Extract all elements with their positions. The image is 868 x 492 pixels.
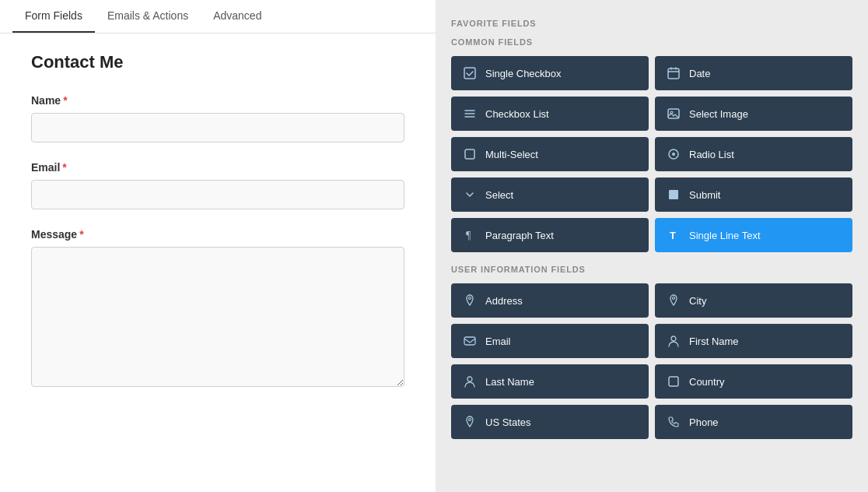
svg-point-9 bbox=[672, 153, 675, 156]
label-email: Email* bbox=[31, 161, 404, 174]
submit-label: Submit bbox=[689, 189, 720, 201]
svg-rect-7 bbox=[465, 149, 474, 159]
btn-select-image[interactable]: Select Image bbox=[655, 97, 852, 131]
checkbox-list-label: Checkbox List bbox=[485, 108, 549, 120]
country-label: Country bbox=[689, 376, 725, 388]
required-star-name: * bbox=[63, 94, 67, 107]
svg-point-14 bbox=[673, 297, 675, 300]
tabs-bar: Form Fields Emails & Actions Advanced bbox=[0, 0, 436, 33]
btn-checkbox-list[interactable]: Checkbox List bbox=[451, 97, 649, 131]
paragraph-text-icon: ¶ bbox=[462, 227, 478, 243]
right-panel: FAVORITE FIELDS COMMON FIELDS Single Che… bbox=[436, 0, 868, 492]
left-panel: Form Fields Emails & Actions Advanced Co… bbox=[0, 0, 436, 492]
form-content: Contact Me Name* Email* Message* bbox=[0, 33, 436, 492]
btn-date[interactable]: Date bbox=[655, 56, 852, 90]
user-fields-label: USER INFORMATION FIELDS bbox=[451, 265, 852, 274]
btn-single-line-text[interactable]: T Single Line Text bbox=[655, 218, 852, 252]
svg-rect-18 bbox=[669, 377, 678, 386]
first-name-label: First Name bbox=[689, 336, 739, 347]
multi-select-label: Multi-Select bbox=[485, 149, 538, 160]
checkbox-list-icon bbox=[462, 106, 478, 121]
email-user-icon bbox=[462, 333, 478, 349]
svg-text:T: T bbox=[670, 230, 676, 241]
field-group-name: Name* bbox=[31, 94, 404, 142]
tab-emails-actions[interactable]: Emails & Actions bbox=[95, 0, 201, 33]
us-states-icon bbox=[462, 414, 478, 430]
common-fields-grid: Single Checkbox Date Checkbox List Selec… bbox=[451, 56, 852, 252]
address-icon bbox=[462, 293, 478, 308]
single-line-text-icon: T bbox=[666, 227, 681, 243]
field-group-email: Email* bbox=[31, 161, 404, 209]
btn-radio-list[interactable]: Radio List bbox=[655, 137, 852, 171]
btn-phone[interactable]: Phone bbox=[655, 405, 852, 439]
svg-text:¶: ¶ bbox=[466, 230, 471, 241]
single-checkbox-label: Single Checkbox bbox=[485, 68, 562, 79]
phone-icon bbox=[666, 414, 681, 430]
email-user-label: Email bbox=[485, 336, 511, 347]
btn-last-name[interactable]: Last Name bbox=[451, 364, 649, 399]
required-star-message: * bbox=[79, 228, 83, 241]
btn-multi-select[interactable]: Multi-Select bbox=[451, 137, 649, 171]
common-fields-label: COMMON FIELDS bbox=[451, 37, 852, 47]
btn-single-checkbox[interactable]: Single Checkbox bbox=[451, 56, 649, 90]
field-group-message: Message* bbox=[31, 228, 404, 390]
btn-paragraph-text[interactable]: ¶ Paragraph Text bbox=[451, 218, 649, 252]
address-label: Address bbox=[485, 295, 523, 307]
select-image-label: Select Image bbox=[689, 108, 748, 120]
btn-select[interactable]: Select bbox=[451, 177, 649, 212]
first-name-icon bbox=[666, 333, 681, 349]
radio-list-icon bbox=[666, 146, 681, 162]
label-message: Message* bbox=[31, 228, 404, 241]
submit-icon bbox=[666, 187, 681, 202]
textarea-message[interactable] bbox=[31, 247, 404, 387]
svg-rect-1 bbox=[668, 69, 679, 79]
input-email[interactable] bbox=[31, 180, 404, 209]
tab-form-fields[interactable]: Form Fields bbox=[12, 0, 95, 33]
svg-point-19 bbox=[469, 419, 471, 421]
favorite-fields-label: FAVORITE FIELDS bbox=[451, 19, 852, 28]
select-image-icon bbox=[666, 106, 681, 121]
svg-point-16 bbox=[671, 336, 676, 341]
last-name-icon bbox=[462, 374, 478, 389]
paragraph-text-label: Paragraph Text bbox=[485, 230, 554, 241]
city-icon bbox=[666, 293, 681, 308]
single-line-text-label: Single Line Text bbox=[689, 230, 761, 241]
date-label: Date bbox=[689, 68, 710, 79]
btn-email-user[interactable]: Email bbox=[451, 324, 649, 358]
tab-advanced[interactable]: Advanced bbox=[201, 0, 274, 33]
btn-country[interactable]: Country bbox=[655, 364, 852, 399]
city-label: City bbox=[689, 295, 706, 307]
user-fields-grid: Address City Email First Name bbox=[451, 283, 852, 439]
label-name: Name* bbox=[31, 94, 404, 107]
date-icon bbox=[666, 65, 681, 81]
svg-rect-10 bbox=[669, 190, 678, 199]
single-checkbox-icon bbox=[462, 65, 478, 81]
svg-point-17 bbox=[467, 377, 472, 381]
svg-point-6 bbox=[670, 111, 673, 114]
select-label: Select bbox=[485, 189, 513, 201]
btn-city[interactable]: City bbox=[655, 283, 852, 318]
radio-list-label: Radio List bbox=[689, 149, 734, 160]
btn-address[interactable]: Address bbox=[451, 283, 649, 318]
select-icon bbox=[462, 187, 478, 202]
phone-label: Phone bbox=[689, 416, 719, 428]
input-name[interactable] bbox=[31, 113, 404, 142]
required-star-email: * bbox=[62, 161, 66, 174]
form-title: Contact Me bbox=[31, 52, 404, 72]
us-states-label: US States bbox=[485, 416, 531, 428]
multi-select-icon bbox=[462, 146, 478, 162]
btn-submit[interactable]: Submit bbox=[655, 177, 852, 212]
svg-rect-15 bbox=[464, 337, 475, 345]
btn-first-name[interactable]: First Name bbox=[655, 324, 852, 358]
svg-rect-0 bbox=[464, 68, 475, 79]
svg-point-13 bbox=[469, 297, 471, 300]
btn-us-states[interactable]: US States bbox=[451, 405, 649, 439]
country-icon bbox=[666, 374, 681, 389]
last-name-label: Last Name bbox=[485, 376, 534, 388]
